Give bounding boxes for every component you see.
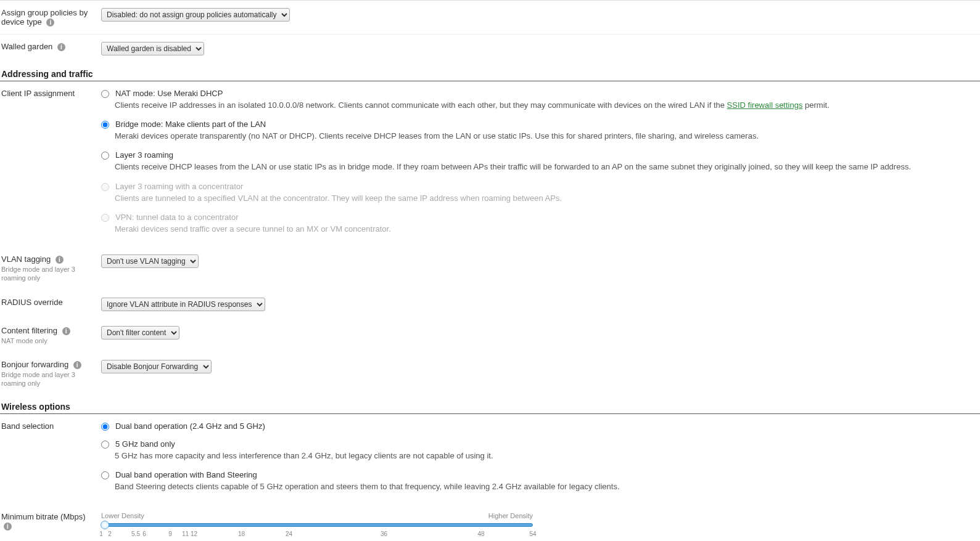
radio-band-2: Dual band operation with Band SteeringBa… (101, 470, 979, 492)
radio-input (101, 214, 109, 222)
tick-54: 54 (529, 531, 536, 537)
label-text: VLAN tagging (1, 254, 51, 264)
info-icon[interactable]: i (73, 361, 81, 369)
ssid-firewall-link[interactable]: SSID firewall settings (727, 100, 803, 110)
label-client-ip: Client IP assignment (1, 89, 101, 98)
tick-1: 1 (99, 531, 103, 537)
label-radius-override: RADIUS override (1, 298, 101, 307)
select-walled-garden[interactable]: Walled garden is disabled (101, 42, 204, 55)
label-walled-garden: Walled garden i (1, 42, 101, 51)
info-icon[interactable]: i (56, 256, 64, 264)
info-icon[interactable]: i (57, 43, 65, 51)
info-icon[interactable]: i (62, 327, 70, 335)
select-content-filtering[interactable]: Don't filter content (101, 326, 179, 340)
radio-client-ip-0: NAT mode: Use Meraki DHCPClients receive… (101, 89, 979, 111)
row-radius-override: RADIUS override Ignore VLAN attribute in… (0, 290, 980, 319)
label-group-policies: Assign group policies by device type i (1, 8, 101, 26)
slider-ticks: 125.56911121824364854 (101, 531, 533, 539)
radio-title: VPN: tunnel data to a concentrator (115, 213, 238, 222)
radio-input[interactable] (101, 121, 109, 129)
radio-input[interactable] (101, 90, 109, 98)
sublabel: NAT mode only (1, 336, 95, 345)
tick-9: 9 (168, 531, 172, 537)
section-addressing: Addressing and traffic (0, 65, 980, 81)
radio-input (101, 183, 109, 191)
radio-desc: Clients receive DHCP leases from the LAN… (115, 161, 979, 173)
slider-track[interactable] (101, 523, 533, 527)
radio-input[interactable] (101, 441, 109, 449)
row-client-ip: Client IP assignment NAT mode: Use Merak… (0, 81, 980, 247)
tick-24: 24 (286, 531, 292, 537)
radio-title: Dual band operation with Band Steering (115, 470, 257, 479)
radio-desc: Meraki devices operate transparently (no… (115, 131, 979, 142)
tick-18: 18 (238, 531, 245, 537)
label-vlan-tagging: VLAN tagging i Bridge mode and layer 3 r… (1, 254, 101, 283)
radio-title: 5 GHz band only (115, 439, 175, 449)
select-bonjour[interactable]: Disable Bonjour Forwarding (101, 360, 212, 373)
label-text: Content filtering (1, 326, 57, 335)
tick-36: 36 (381, 531, 387, 537)
radio-client-ip-4: VPN: tunnel data to a concentratorMeraki… (101, 213, 979, 235)
info-icon[interactable]: i (46, 18, 54, 26)
bitrate-slider[interactable]: Lower Density Higher Density 125.5691112… (101, 512, 533, 539)
row-walled-garden: Walled garden i Walled garden is disable… (0, 35, 980, 63)
radio-title: Bridge mode: Make clients part of the LA… (115, 120, 266, 129)
slider-label-lower: Lower Density (101, 512, 144, 519)
label-text: Minimum bitrate (Mbps) (1, 512, 86, 521)
label-text: Walled garden (1, 42, 52, 51)
tick-48: 48 (477, 531, 484, 537)
radio-desc: Clients are tunneled to a specified VLAN… (115, 193, 979, 204)
select-radius-override[interactable]: Ignore VLAN attribute in RADIUS response… (101, 298, 265, 311)
label-text: Bonjour forwarding (1, 360, 68, 369)
radio-client-ip-3: Layer 3 roaming with a concentratorClien… (101, 182, 979, 204)
row-content-filtering: Content filtering i NAT mode only Don't … (0, 319, 980, 352)
radio-title: Layer 3 roaming with a concentrator (115, 182, 243, 191)
radio-desc: Clients receive IP addresses in an isola… (115, 100, 979, 111)
info-icon[interactable]: i (4, 523, 12, 531)
radio-input[interactable] (101, 152, 109, 160)
tick-12: 12 (191, 531, 197, 537)
radio-client-ip-2: Layer 3 roamingClients receive DHCP leas… (101, 150, 979, 173)
select-vlan-tagging[interactable]: Don't use VLAN tagging (101, 254, 199, 268)
radio-title: Layer 3 roaming (115, 150, 173, 160)
section-wireless: Wireless options (0, 398, 980, 414)
slider-label-higher: Higher Density (488, 512, 533, 519)
row-vlan-tagging: VLAN tagging i Bridge mode and layer 3 r… (0, 247, 980, 290)
radio-desc: Band Steering detects clients capable of… (115, 481, 979, 492)
radio-client-ip-1: Bridge mode: Make clients part of the LA… (101, 120, 979, 142)
row-group-policies: Assign group policies by device type i D… (0, 1, 980, 35)
tick-11: 11 (182, 531, 189, 537)
tick-2: 2 (108, 531, 112, 537)
select-group-policies[interactable]: Disabled: do not assign group policies a… (101, 8, 290, 22)
row-bonjour: Bonjour forwarding i Bridge mode and lay… (0, 352, 980, 396)
radio-title: NAT mode: Use Meraki DHCP (115, 89, 223, 98)
label-band-selection: Band selection (1, 421, 101, 431)
tick-5.5: 5.5 (131, 531, 140, 537)
radio-title: Dual band operation (2.4 GHz and 5 GHz) (115, 421, 265, 431)
radio-desc: 5 GHz has more capacity and less interfe… (115, 450, 979, 462)
slider-thumb[interactable] (101, 521, 109, 529)
radio-desc: Meraki devices send traffic over a secur… (115, 224, 979, 235)
tick-6: 6 (142, 531, 146, 537)
sublabel: Bridge mode and layer 3 roaming only (1, 370, 95, 388)
radio-band-1: 5 GHz band only5 GHz has more capacity a… (101, 439, 979, 462)
label-bitrate: Minimum bitrate (Mbps) i (1, 512, 101, 531)
row-bitrate: Minimum bitrate (Mbps) i Lower Density H… (0, 505, 980, 541)
radio-input[interactable] (101, 423, 109, 431)
radio-input[interactable] (101, 471, 109, 479)
label-text: Assign group policies by device type (1, 8, 88, 26)
sublabel: Bridge mode and layer 3 roaming only (1, 265, 95, 283)
label-bonjour: Bonjour forwarding i Bridge mode and lay… (1, 360, 101, 388)
radio-band-0: Dual band operation (2.4 GHz and 5 GHz) (101, 421, 979, 431)
row-band-selection: Band selection Dual band operation (2.4 … (0, 414, 980, 505)
label-content-filtering: Content filtering i NAT mode only (1, 326, 101, 345)
